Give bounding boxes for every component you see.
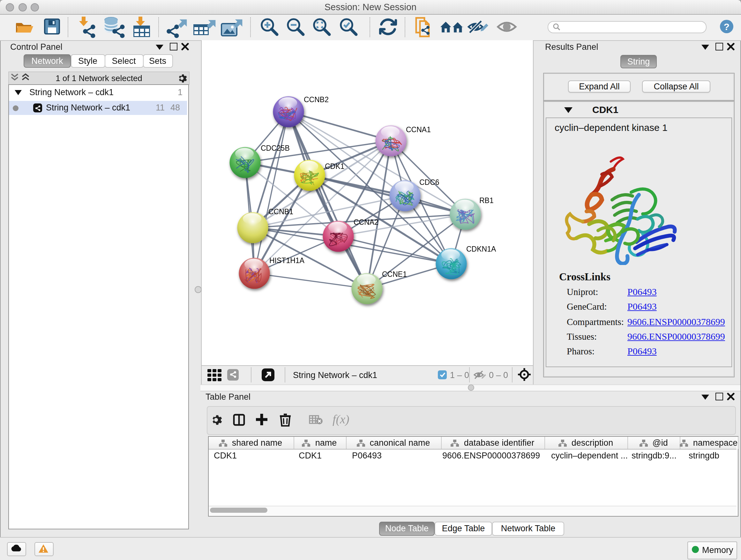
svg-text:CCNB2: CCNB2 bbox=[304, 96, 329, 104]
svg-text:CCNA1: CCNA1 bbox=[406, 125, 431, 134]
svg-text:CDKN1A: CDKN1A bbox=[466, 245, 496, 253]
svg-text:CCNA2: CCNA2 bbox=[354, 218, 379, 226]
svg-text:CDC25B: CDC25B bbox=[261, 144, 290, 152]
svg-text:HIST1H1A: HIST1H1A bbox=[269, 256, 305, 265]
svg-text:CDK1: CDK1 bbox=[325, 162, 344, 171]
svg-text:CDC6: CDC6 bbox=[419, 178, 440, 186]
svg-text:RB1: RB1 bbox=[479, 196, 494, 205]
svg-text:CCNB1: CCNB1 bbox=[268, 207, 293, 216]
svg-text:CCNE1: CCNE1 bbox=[382, 270, 407, 278]
